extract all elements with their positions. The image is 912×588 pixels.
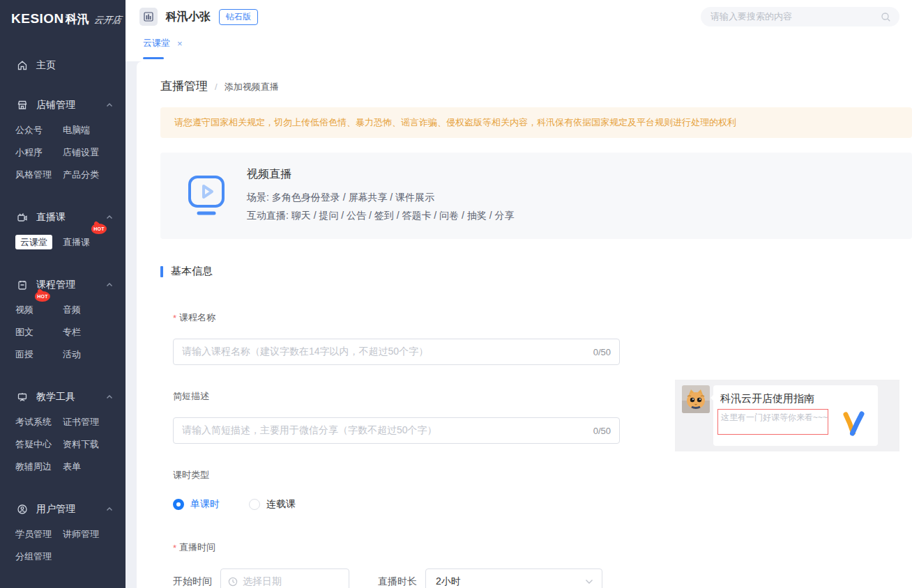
live-intro-interact: 互动直播: 聊天 / 提问 / 公告 / 签到 / 答题卡 / 问卷 / 抽奖 … <box>247 206 514 224</box>
sidebar-item-video[interactable]: 视频HOT <box>15 299 63 321</box>
required-asterisk: * <box>173 543 176 553</box>
brand-logo-cn: 科汛 <box>66 11 89 27</box>
chevron-up-icon[interactable] <box>106 282 113 288</box>
sidebar-item[interactable]: 店铺设置 <box>63 141 126 164</box>
short-desc-input[interactable]: 请输入简短描述，主要用于微信分享（字数不超过50个字） 0/50 <box>173 417 620 444</box>
video-play-monitor-icon <box>187 174 226 217</box>
chevron-up-icon[interactable] <box>106 102 113 108</box>
user-icon <box>17 504 28 515</box>
plan-badge[interactable]: 钻石版 <box>219 9 258 25</box>
section-accent-bar <box>160 266 163 277</box>
radio-selected-icon <box>173 499 184 510</box>
sidebar-item[interactable]: 表单 <box>63 456 126 478</box>
sidebar: KESION科汛 云开店 主页 店铺管理 <box>0 0 126 588</box>
sidebar-item-cloud-classroom-active[interactable]: 云课堂 <box>15 231 63 254</box>
breadcrumb-secondary: 添加视频直播 <box>225 81 279 93</box>
sidebar-section-shop-header[interactable]: 店铺管理 <box>0 97 126 114</box>
share-preview-bubble: 科汛云开店使用指南 这里有一门好课等你来看~~~ <box>713 385 878 446</box>
search-input[interactable]: 请输入要搜索的内容 <box>701 7 899 26</box>
hot-badge: HOT <box>91 224 107 234</box>
sidebar-section-label: 店铺管理 <box>36 99 75 111</box>
sidebar-section-course: 课程管理 视频HOT 音频 图文 专栏 面授 活动 <box>0 277 126 366</box>
sidebar-item[interactable]: 风格管理 <box>15 164 63 186</box>
main-area: 科汛小张 钻石版 请输入要搜索的内容 云课堂 × 直播管理 / 添加视 <box>126 0 912 588</box>
live-time-label: * 直播时间 <box>173 541 912 554</box>
live-intro-panel: 视频直播 场景: 多角色身份登录 / 屏幕共享 / 课件展示 互动直播: 聊天 … <box>160 153 912 239</box>
shop-icon <box>17 100 28 111</box>
sidebar-item[interactable]: 资料下载 <box>63 433 126 456</box>
duration-select[interactable]: 2小时 <box>425 568 602 588</box>
sidebar-item[interactable]: 公众号 <box>15 119 63 141</box>
sidebar-item[interactable]: 面授 <box>15 343 63 366</box>
required-asterisk: * <box>173 313 176 323</box>
tab-bar: 云课堂 × <box>126 33 912 61</box>
sidebar-section-users-items: 学员管理 讲师管理 分组管理 <box>15 523 126 568</box>
radio-serial-course[interactable]: 连载课 <box>249 498 296 511</box>
sidebar-section-label: 教学工具 <box>36 391 75 403</box>
duration-value: 2小时 <box>436 575 585 588</box>
start-date-picker[interactable]: 选择日期 <box>220 568 349 588</box>
sidebar-item[interactable]: 图文 <box>15 321 63 343</box>
sidebar-item[interactable]: 产品分类 <box>63 164 126 186</box>
basic-info-section-title: 基本信息 <box>160 265 912 278</box>
chevron-up-icon[interactable] <box>106 394 113 400</box>
sidebar-item[interactable]: 讲师管理 <box>63 523 126 546</box>
sidebar-section-shop: 店铺管理 公众号 电脑端 小程序 店铺设置 风格管理 产品分类 <box>0 97 126 186</box>
tab-label: 云课堂 <box>143 37 170 49</box>
sidebar-item[interactable]: 音频 <box>63 299 126 321</box>
sidebar-section-tools-header[interactable]: 教学工具 <box>0 389 126 405</box>
radio-single-lesson[interactable]: 单课时 <box>173 498 220 511</box>
share-preview-desc-box: 这里有一门好课等你来看~~~ <box>717 409 828 435</box>
sidebar-item[interactable]: 考试系统 <box>15 411 63 433</box>
breadcrumb-primary[interactable]: 直播管理 <box>160 78 208 94</box>
sidebar-item[interactable]: 电脑端 <box>63 119 126 141</box>
chevron-up-icon[interactable] <box>106 506 113 512</box>
top-header: 科汛小张 钻石版 请输入要搜索的内容 <box>126 0 912 33</box>
live-intro-text: 视频直播 场景: 多角色身份登录 / 屏幕共享 / 课件展示 互动直播: 聊天 … <box>247 167 514 224</box>
date-placeholder: 选择日期 <box>243 575 342 588</box>
cat-avatar <box>682 385 710 413</box>
sidebar-item[interactable]: 活动 <box>63 343 126 366</box>
sidebar-item-live-course[interactable]: 直播课HOT <box>63 231 126 254</box>
workspace-icon <box>139 8 158 26</box>
course-name-input[interactable]: 请输入课程名称（建议字数在14字以内，不超过50个字） 0/50 <box>173 339 620 365</box>
tab-close-icon[interactable]: × <box>177 38 183 49</box>
sidebar-item-home[interactable]: 主页 <box>0 57 126 74</box>
brand-logo: KESION科汛 云开店 <box>0 0 126 33</box>
breadcrumb: 直播管理 / 添加视频直播 <box>160 78 912 94</box>
sidebar-section-label: 用户管理 <box>36 503 75 516</box>
v-brand-logo <box>840 411 867 440</box>
sidebar-item[interactable]: 小程序 <box>15 141 63 164</box>
sidebar-section-live-header[interactable]: 直播课 <box>0 209 126 226</box>
sidebar-section-label: 直播课 <box>36 211 66 224</box>
sidebar-item[interactable]: 学员管理 <box>15 523 63 546</box>
sidebar-item-label: 主页 <box>36 59 56 72</box>
live-intro-scene: 场景: 多角色身份登录 / 屏幕共享 / 课件展示 <box>247 188 514 206</box>
workspace-name[interactable]: 科汛小张 <box>166 10 211 24</box>
live-intro-title: 视频直播 <box>247 167 514 182</box>
sidebar-section-users: 用户管理 学员管理 讲师管理 分组管理 <box>0 501 126 568</box>
content-card: 直播管理 / 添加视频直播 请您遵守国家相关规定，切勿上传低俗色情、暴力恐怖、谣… <box>137 61 912 588</box>
tab-active-underline <box>143 57 164 59</box>
sidebar-section-tools: 教学工具 考试系统 证书管理 答疑中心 资料下载 教辅周边 表单 <box>0 389 126 478</box>
short-desc-counter: 0/50 <box>593 426 611 436</box>
brand-logo-en: KESION <box>11 11 64 26</box>
course-name-group: * 课程名称 请输入课程名称（建议字数在14字以内，不超过50个字） 0/50 <box>173 311 912 365</box>
radio-unselected-icon <box>249 499 260 510</box>
sidebar-item[interactable]: 教辅周边 <box>15 456 63 478</box>
sidebar-item[interactable]: 分组管理 <box>15 546 63 568</box>
sidebar-section-label: 课程管理 <box>36 279 75 291</box>
short-desc-placeholder: 请输入简短描述，主要用于微信分享（字数不超过50个字） <box>182 424 586 437</box>
tab-cloud-classroom[interactable]: 云课堂 × <box>143 33 183 61</box>
live-camera-icon <box>17 212 28 223</box>
sidebar-item[interactable]: 专栏 <box>63 321 126 343</box>
chevron-up-icon[interactable] <box>106 215 113 220</box>
sidebar-item[interactable]: 答疑中心 <box>15 433 63 456</box>
course-icon <box>17 279 28 291</box>
lesson-type-group: 课时类型 单课时 连载课 <box>173 469 912 511</box>
search-icon[interactable] <box>881 12 891 22</box>
course-name-counter: 0/50 <box>593 347 611 357</box>
sidebar-item[interactable]: 证书管理 <box>63 411 126 433</box>
sidebar-section-course-header[interactable]: 课程管理 <box>0 277 126 293</box>
sidebar-section-users-header[interactable]: 用户管理 <box>0 501 126 518</box>
